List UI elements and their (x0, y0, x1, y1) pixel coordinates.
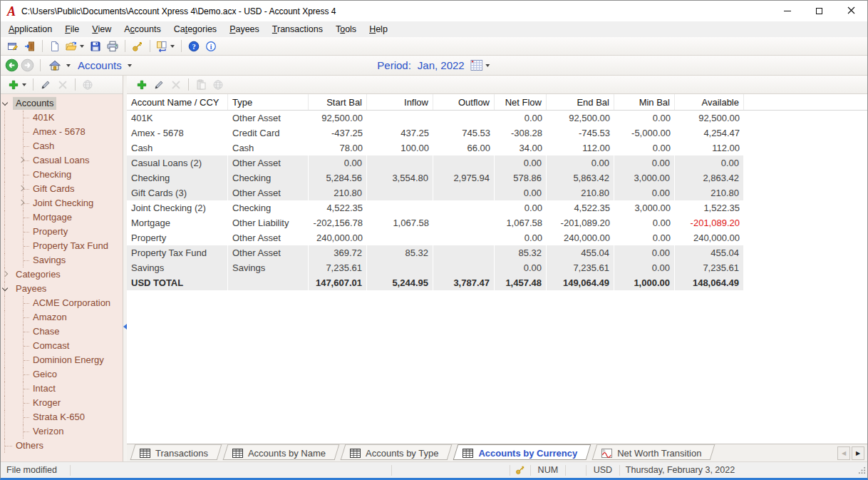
table-total-row[interactable]: USD TOTAL147,607.015,244.953,787.471,457… (127, 275, 867, 290)
menu-file[interactable]: File (58, 23, 86, 36)
resize-grip[interactable] (858, 466, 867, 474)
preferences-button[interactable] (4, 39, 21, 54)
back-button[interactable] (5, 58, 19, 72)
tree-item-gift-cards[interactable]: Gift Cards (1, 182, 123, 196)
tree-item-geico[interactable]: Geico (1, 367, 123, 382)
table-row[interactable]: SavingsSavings7,235.610.007,235.610.007,… (127, 260, 867, 275)
edit-account-button[interactable] (150, 77, 167, 93)
currency-globe-button[interactable] (79, 77, 96, 93)
tree-item-401k[interactable]: 401K (1, 111, 123, 125)
forward-button[interactable] (21, 58, 34, 72)
tree-item-dominion-energy[interactable]: Dominion Energy (1, 353, 123, 367)
splitter[interactable] (123, 76, 127, 461)
splitter-collapse-icon[interactable] (123, 324, 127, 330)
menu-help[interactable]: Help (363, 23, 394, 36)
delete-item-button[interactable] (54, 77, 71, 93)
column-header-outflow[interactable]: Outflow (433, 94, 495, 110)
tree-item-property-tax-fund[interactable]: Property Tax Fund (1, 239, 123, 253)
menu-accounts[interactable]: Accounts (118, 23, 167, 36)
tree-item-cash[interactable]: Cash (1, 139, 123, 153)
tree-item-payees[interactable]: Payees (1, 282, 123, 296)
edit-item-button[interactable] (37, 77, 54, 93)
tab-accounts-by-type[interactable]: Accounts by Type (343, 444, 453, 461)
password-key-button[interactable] (129, 39, 146, 54)
column-header-end-bal[interactable]: End Bal (547, 94, 614, 110)
period-dropdown-caret-icon[interactable] (486, 64, 490, 69)
chevron-down-icon[interactable] (2, 285, 8, 291)
period-selector[interactable]: Period: Jan, 2022 (377, 59, 490, 71)
chevron-down-icon[interactable] (2, 100, 8, 106)
view-dropdown-caret-icon[interactable] (128, 64, 132, 69)
tab-scroll-left-button[interactable]: ◀ (837, 446, 850, 460)
table-row[interactable]: 401KOther Asset92,500.000.0092,500.000.0… (127, 111, 867, 126)
paste-button[interactable] (192, 77, 210, 93)
save-button[interactable] (87, 39, 104, 54)
help-button[interactable]: ? (185, 39, 202, 54)
print-button[interactable] (104, 39, 121, 54)
menu-tools[interactable]: Tools (329, 23, 363, 36)
switch-view-button[interactable] (154, 39, 177, 54)
tree-item-kroger[interactable]: Kroger (1, 396, 123, 410)
dropdown-caret-icon[interactable] (80, 45, 84, 50)
tree-item-chase[interactable]: Chase (1, 325, 123, 339)
column-header-start-bal[interactable]: Start Bal (309, 94, 367, 110)
new-file-button[interactable] (46, 39, 63, 54)
tree-item-others[interactable]: Others (1, 439, 123, 453)
column-header-net-flow[interactable]: Net Flow (495, 94, 547, 110)
tree-item-casual-loans[interactable]: Casual Loans (1, 153, 123, 168)
table-row[interactable]: Amex - 5678Credit Card-437.25437.25745.5… (127, 126, 867, 141)
column-header-account-name-ccy[interactable]: Account Name / CCY (127, 94, 228, 110)
table-row[interactable]: CashCash78.00100.0066.0034.00112.000.001… (127, 141, 867, 155)
tab-accounts-by-currency[interactable]: Accounts by Currency (455, 444, 591, 461)
tree-item-checking[interactable]: Checking (1, 168, 123, 182)
column-header-type[interactable]: Type (228, 94, 309, 110)
open-file-button[interactable] (63, 39, 87, 54)
tree-item-acme-corporation[interactable]: ACME Corporation (1, 296, 123, 310)
tree-item-intact[interactable]: Intact (1, 382, 123, 396)
table-row[interactable]: CheckingChecking5,284.563,554.802,975.94… (127, 170, 867, 185)
tree-item-savings[interactable]: Savings (1, 253, 123, 267)
dropdown-caret-icon[interactable] (170, 45, 175, 50)
tree-item-strata-k-650[interactable]: Strata K-650 (1, 410, 123, 424)
tab-accounts-by-name[interactable]: Accounts by Name (225, 444, 340, 461)
add-account-button[interactable] (133, 77, 150, 93)
column-header-inflow[interactable]: Inflow (367, 94, 433, 110)
tab-scroll-right-button[interactable]: ▶ (852, 446, 864, 460)
tree-item-joint-checking[interactable]: Joint Checking (1, 196, 123, 210)
about-button[interactable]: i (202, 39, 219, 54)
table-row[interactable]: PropertyOther Asset240,000.000.00240,000… (127, 230, 867, 245)
add-item-button[interactable] (6, 77, 29, 93)
minimize-button[interactable] (771, 1, 803, 21)
chevron-right-icon[interactable] (2, 271, 8, 277)
menu-transactions[interactable]: Transactions (266, 23, 329, 36)
home-dropdown-caret-icon[interactable] (66, 64, 71, 69)
tree-item-verizon[interactable]: Verizon (1, 424, 123, 439)
tree-item-amazon[interactable]: Amazon (1, 310, 123, 325)
delete-account-button[interactable] (167, 77, 185, 93)
tab-transactions[interactable]: Transactions (133, 444, 222, 461)
calendar-icon[interactable] (471, 60, 483, 71)
menu-payees[interactable]: Payees (223, 23, 266, 36)
exit-button[interactable] (21, 39, 38, 54)
view-selector[interactable]: Accounts (78, 59, 122, 71)
menu-application[interactable]: Application (2, 23, 58, 36)
tree-item-categories[interactable]: Categories (1, 267, 123, 282)
column-header-available[interactable]: Available (675, 94, 744, 110)
tree-item-amex-5678[interactable]: Amex - 5678 (1, 125, 123, 139)
tab-net-worth-transition[interactable]: Net Worth Transition (594, 444, 715, 461)
menu-categories[interactable]: Categories (167, 23, 223, 36)
tree-item-property[interactable]: Property (1, 225, 123, 239)
table-row[interactable]: Gift Cards (3)Other Asset210.800.00210.8… (127, 185, 867, 200)
menu-view[interactable]: View (86, 23, 118, 36)
tree-item-accounts[interactable]: Accounts (1, 96, 123, 111)
close-button[interactable] (835, 1, 867, 21)
table-row[interactable]: Casual Loans (2)Other Asset0.000.000.000… (127, 155, 867, 170)
table-row[interactable]: MortgageOther Liability-202,156.781,067.… (127, 215, 867, 230)
home-button[interactable] (48, 59, 61, 71)
currency-globe-button[interactable] (210, 77, 227, 93)
table-row[interactable]: Joint Checking (2)Checking4,522.350.004,… (127, 200, 867, 215)
tree-item-mortgage[interactable]: Mortgage (1, 210, 123, 225)
tree-item-comcast[interactable]: Comcast (1, 339, 123, 353)
maximize-button[interactable] (803, 1, 835, 21)
table-row[interactable]: Property Tax FundOther Asset369.7285.328… (127, 245, 867, 260)
